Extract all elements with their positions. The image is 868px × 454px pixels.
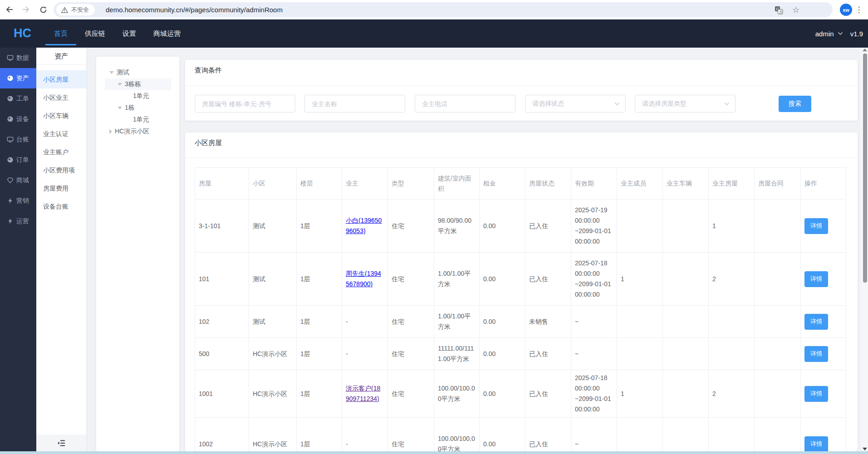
query-input-field-2[interactable] [415, 95, 515, 112]
cell: HC演示小区 [249, 370, 297, 418]
submenu-item-1[interactable]: 小区业主 [36, 88, 86, 107]
tree-node-5[interactable]: HC演示小区 [96, 126, 179, 137]
detail-button[interactable]: 详情 [804, 314, 828, 330]
submenu-item-7[interactable]: 设备台账 [36, 197, 86, 215]
chevron-down-icon [724, 102, 730, 106]
search-button[interactable]: 搜索 [779, 96, 811, 112]
reload-icon[interactable] [36, 0, 50, 19]
avatar[interactable]: xw [840, 4, 852, 16]
page-scrollbar[interactable] [861, 48, 868, 451]
sidebar-item-4[interactable]: 台账 [0, 129, 36, 150]
cell [617, 306, 663, 338]
forward-icon[interactable] [19, 0, 33, 19]
owner-link[interactable]: 周先生(13945678900) [346, 270, 381, 288]
column-header-5: 建筑/室内面积 [434, 168, 480, 200]
nav-tab-3[interactable]: 商城运营 [145, 20, 189, 48]
scroll-down-icon[interactable] [863, 448, 867, 450]
owner-link[interactable]: 演示客户(18909711234) [346, 385, 380, 402]
submenu-item-0[interactable]: 小区房屋 [36, 70, 86, 88]
diamond-icon [7, 177, 14, 184]
user-dropdown[interactable]: admin [815, 30, 843, 38]
bolt-icon [7, 218, 14, 225]
sidebar-item-8[interactable]: 运营 [0, 211, 36, 231]
cell: 0.00 [480, 418, 525, 452]
action-cell: 详情 [801, 338, 846, 370]
detail-button[interactable]: 详情 [804, 271, 828, 287]
security-chip[interactable]: 不安全 [56, 4, 95, 15]
submenu-items: 小区房屋小区业主小区车辆业主认证业主账户小区费用项房屋费用设备台账 [36, 65, 86, 215]
tree-caret-icon[interactable] [118, 107, 122, 109]
query-card: 查询条件 请选择状态请选择房屋类型 搜索 [185, 60, 858, 121]
tree-node-1[interactable]: 3栋栋 [96, 78, 179, 90]
owner-link[interactable]: 小白(13965096053) [346, 217, 382, 234]
browser-menu-icon[interactable]: ⋮ [853, 0, 864, 19]
tree-caret-icon[interactable] [109, 129, 112, 134]
table-row-4: 1001HC演示小区1层演示客户(18909711234)住宅100.00/10… [195, 370, 846, 418]
translate-icon[interactable]: G文 [774, 5, 784, 15]
query-select-0[interactable]: 请选择状态 [525, 95, 626, 112]
owner-cell: - [342, 418, 388, 452]
tree-node-2[interactable]: 1单元 [96, 90, 179, 102]
detail-button[interactable]: 详情 [804, 386, 828, 402]
cell [709, 418, 755, 452]
app-logo[interactable]: HC [14, 20, 31, 48]
cell: 住宅 [388, 200, 434, 253]
cell: 1层 [297, 370, 342, 418]
nav-tab-2[interactable]: 设置 [114, 20, 145, 48]
url-text: demo.homecommunity.cn/#/pages/community/… [106, 2, 283, 17]
sidebar-item-3[interactable]: 设备 [0, 109, 36, 129]
cell: 已入住 [525, 200, 571, 253]
cell: 测试 [249, 306, 297, 338]
scroll-up-icon[interactable] [863, 49, 867, 51]
submenu-item-6[interactable]: 房屋费用 [36, 179, 86, 197]
detail-button[interactable]: 详情 [804, 346, 828, 362]
query-input-field-1[interactable] [305, 95, 405, 112]
cell: 1 [617, 370, 663, 418]
detail-button[interactable]: 详情 [804, 218, 828, 234]
detail-button[interactable]: 详情 [804, 436, 828, 452]
table-row-5: 1002HC演示小区1层-住宅100.00/100.00平方米0.00已入住~详… [195, 418, 846, 452]
cell [663, 200, 709, 253]
query-input-field-0[interactable] [195, 95, 295, 112]
cell: 未销售 [525, 306, 571, 338]
collapse-icon[interactable] [57, 440, 65, 446]
sidebar-item-0[interactable]: 数据 [0, 48, 36, 68]
column-header-9: 业主成员 [617, 168, 663, 200]
tree-node-4[interactable]: 1单元 [96, 114, 179, 126]
cell: HC演示小区 [249, 338, 297, 370]
submenu-item-4[interactable]: 业主账户 [36, 143, 86, 161]
tree-node-3[interactable]: 1栋 [96, 102, 179, 114]
submenu-item-5[interactable]: 小区费用项 [36, 161, 86, 179]
cell: 1.00/1.00平方米 [434, 306, 480, 338]
submenu-item-3[interactable]: 业主认证 [36, 125, 86, 143]
nav-tab-1[interactable]: 供应链 [76, 20, 114, 48]
cell [663, 338, 709, 370]
bookmark-star-icon[interactable]: ☆ [791, 5, 801, 15]
tree-caret-icon[interactable] [118, 83, 122, 86]
cell: 住宅 [388, 418, 434, 452]
tree-caret-icon[interactable] [109, 71, 114, 74]
sidebar-item-5[interactable]: 订单 [0, 150, 36, 170]
submenu-item-2[interactable]: 小区车辆 [36, 107, 86, 125]
cell: 100.00/100.00平方米 [434, 370, 480, 418]
nav-tab-0[interactable]: 首页 [45, 20, 76, 48]
address-bar[interactable]: 不安全 demo.homecommunity.cn/#/pages/commun… [54, 2, 833, 17]
cell: 1001 [195, 370, 249, 418]
query-select-1[interactable]: 请选择房屋类型 [635, 95, 736, 112]
sidebar-item-1[interactable]: 资产 [0, 68, 36, 88]
column-header-10: 业主车辆 [663, 168, 709, 200]
sidebar-item-7[interactable]: 营销 [0, 190, 36, 211]
scrollbar-thumb[interactable] [863, 54, 867, 283]
sidebar-item-6[interactable]: 商城 [0, 170, 36, 190]
back-icon[interactable] [3, 0, 16, 19]
tree-node-0[interactable]: 测试 [96, 67, 179, 78]
taskbar-edge [0, 451, 868, 454]
action-cell: 详情 [801, 253, 846, 306]
sidebar-item-2[interactable]: 工单 [0, 88, 36, 109]
column-header-13: 操作 [801, 168, 846, 200]
table-title: 小区房屋 [195, 139, 222, 147]
column-header-1: 小区 [249, 168, 297, 200]
cell [709, 338, 755, 370]
action-cell: 详情 [801, 418, 846, 452]
owner-cell: 小白(13965096053) [342, 200, 388, 253]
